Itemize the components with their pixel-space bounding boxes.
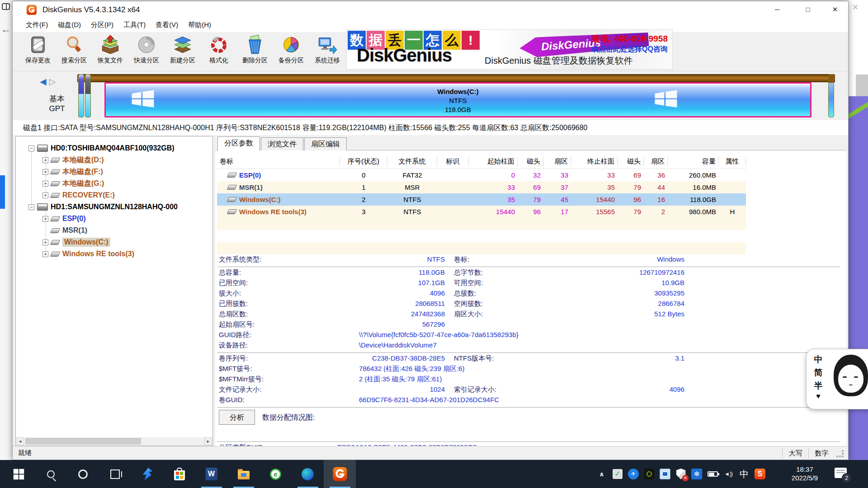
defender-icon[interactable]: ✕ xyxy=(675,468,687,480)
expand-icon[interactable]: + xyxy=(42,251,48,257)
partition-block-esp[interactable] xyxy=(78,74,84,117)
taskbar-app-diskgenius[interactable] xyxy=(324,460,356,488)
table-row-ESP(0)[interactable]: ESP(0)0FAT3203233336936260.0MB xyxy=(217,169,746,181)
resize-grip[interactable] xyxy=(835,448,844,458)
table-row-MSR(1)[interactable]: MSR(1)1MSR33693735794416.0MB xyxy=(217,181,746,193)
scroll-left-icon[interactable]: ◂ xyxy=(16,437,24,445)
sogou-icon[interactable]: S xyxy=(754,468,766,480)
menu-item-1[interactable]: 磁盘(D) xyxy=(53,19,86,32)
title-bar[interactable]: DiskGenius V5.4.3.1342 x64 ─ □ ✕ xyxy=(13,1,848,19)
partition-tree-panel[interactable]: −HD0:TOSHIBAMQ04ABF100(932GB)+本地磁盘(D:)+本… xyxy=(15,136,213,446)
toolbar-button-快速分区[interactable]: 快速分区 xyxy=(128,32,165,70)
ime-zh-icon[interactable]: 中 xyxy=(738,468,750,480)
tree-item-HD0:TOSHIBAMQ04ABF100(932GB)[interactable]: −HD0:TOSHIBAMQ04ABF100(932GB) xyxy=(16,142,212,154)
column-header-标识[interactable]: 标识 xyxy=(437,156,469,166)
intel-graphics-icon[interactable] xyxy=(659,468,671,480)
toolbar-button-删除分区[interactable]: 删除分区 xyxy=(237,32,273,70)
menu-item-3[interactable]: 工具(T) xyxy=(118,19,151,32)
prev-disk-icon[interactable]: ◀ xyxy=(40,77,49,86)
table-row-Windows(C:)[interactable]: Windows(C:)2NTFS357945154409616118.0GB xyxy=(217,193,746,206)
toolbar-button-新建分区[interactable]: 新建分区 xyxy=(165,32,201,70)
volume-icon[interactable]: ◄)) xyxy=(722,468,734,480)
column-header-磁头[interactable]: 磁头 xyxy=(618,156,644,166)
partition-block-windows-re[interactable] xyxy=(828,74,834,117)
partition-block-windows-c[interactable]: Windows(C:) NTFS 118.0GB xyxy=(104,82,811,117)
tree-item-HD1:SAMSUNGMZNLN128HAHQ-000[interactable]: −HD1:SAMSUNGMZNLN128HAHQ-000 xyxy=(16,201,212,213)
tree-item-RECOVERY(E:)[interactable]: +RECOVERY(E:) xyxy=(16,189,212,201)
dingtalk-icon[interactable]: ✈ xyxy=(627,468,639,480)
tree-item-Windows RE tools(3)[interactable]: +Windows RE tools(3) xyxy=(16,248,212,260)
taskbar-app-search[interactable] xyxy=(35,460,67,488)
menu-item-4[interactable]: 查看(V) xyxy=(151,19,183,32)
nvidia-icon[interactable] xyxy=(643,468,655,480)
tree-item-本地磁盘(D:)[interactable]: +本地磁盘(D:) xyxy=(16,154,212,166)
taskbar-app-cortana[interactable] xyxy=(67,460,99,488)
tree-item-ESP(0)[interactable]: +ESP(0) xyxy=(16,213,212,225)
taskbar-app-edge[interactable] xyxy=(292,460,324,488)
next-disk-icon[interactable]: ▷ xyxy=(49,77,59,86)
tree-horizontal-scrollbar[interactable]: ◂ ▸ xyxy=(16,437,212,445)
close-button[interactable]: ✕ xyxy=(825,1,845,18)
column-header-文件系统[interactable]: 文件系统 xyxy=(387,156,437,166)
column-header-扇区[interactable]: 扇区 xyxy=(543,156,571,166)
column-header-起始柱面[interactable]: 起始柱面 xyxy=(469,156,518,166)
scrollbar-thumb[interactable] xyxy=(25,438,141,445)
expand-icon[interactable]: + xyxy=(42,216,48,222)
toolbar-button-搜索分区[interactable]: 搜索分区 xyxy=(56,32,92,70)
column-header-容量[interactable]: 容量 xyxy=(668,156,719,166)
tray-expand-icon[interactable]: ∧ xyxy=(596,468,608,480)
toolbar-button-保存更改[interactable]: 保存更改 xyxy=(20,32,56,70)
taskbar-app-browser-360[interactable]: e xyxy=(259,460,292,488)
column-header-终止柱面[interactable]: 终止柱面 xyxy=(571,156,618,166)
ime-status-popup[interactable]: 中简半♥ xyxy=(806,349,868,409)
partition-block-msr[interactable] xyxy=(85,74,91,117)
scroll-right-icon[interactable]: ▸ xyxy=(204,437,212,445)
disk-nav-arrows[interactable]: ◀▷ xyxy=(40,76,58,87)
column-header-属性[interactable]: 属性 xyxy=(719,156,746,166)
snowflake-app-icon[interactable]: ❄ xyxy=(691,468,703,480)
collapse-icon[interactable]: − xyxy=(28,204,34,210)
column-header-序号(状态)[interactable]: 序号(状态) xyxy=(340,156,387,166)
action-center-button[interactable]: 2 xyxy=(835,468,847,478)
taskbar-app-start[interactable] xyxy=(3,460,35,488)
collapse-icon[interactable]: − xyxy=(28,145,34,151)
tab-扇区编辑[interactable]: 扇区编辑 xyxy=(304,137,347,150)
column-header-卷标[interactable]: 卷标 xyxy=(217,156,340,166)
analyze-button[interactable]: 分析 xyxy=(219,410,255,425)
menu-item-5[interactable]: 帮助(H) xyxy=(183,19,216,32)
expand-icon[interactable]: + xyxy=(42,169,48,175)
tab-浏览文件[interactable]: 浏览文件 xyxy=(261,137,303,150)
expand-icon[interactable]: + xyxy=(42,239,48,245)
column-header-磁头[interactable]: 磁头 xyxy=(518,156,543,166)
menu-item-0[interactable]: 文件(F) xyxy=(21,19,53,32)
heart-icon[interactable]: ♥ xyxy=(812,392,824,404)
taskbar-app-word[interactable]: W xyxy=(195,460,227,488)
expand-icon[interactable]: + xyxy=(42,157,48,163)
toolbar-button-恢复文件[interactable]: 恢复文件 xyxy=(92,32,128,70)
ad-banner[interactable]: 数据丢一怎么! DiskGenius DiskGenius 致电: 400-00… xyxy=(346,29,673,70)
table-row-Windows RE tools(3)[interactable]: Windows RE tools(3)3NTFS1544096171556579… xyxy=(217,206,746,218)
ime-toggle-简[interactable]: 简 xyxy=(812,366,824,379)
menu-item-2[interactable]: 分区(P) xyxy=(86,19,118,32)
tree-item-本地磁盘(F:)[interactable]: +本地磁盘(F:) xyxy=(16,166,212,178)
tree-item-Windows(C:)[interactable]: +Windows(C:) xyxy=(16,236,212,248)
taskbar-clock[interactable]: 18:37 2022/5/9 xyxy=(786,465,824,482)
taskbar-app-file-explorer[interactable] xyxy=(227,460,259,488)
tree-item-MSR(1)[interactable]: MSR(1) xyxy=(16,225,212,236)
tree-item-本地磁盘(G:)[interactable]: +本地磁盘(G:) xyxy=(16,178,212,189)
maximize-button[interactable]: □ xyxy=(797,1,818,18)
toolbar-button-备份分区[interactable]: 备份分区 xyxy=(273,32,309,70)
taskbar-app-flash-app[interactable] xyxy=(131,460,163,488)
minimize-button[interactable]: ─ xyxy=(767,1,788,18)
toolbar-button-系统迁移[interactable]: 系统迁移 xyxy=(309,32,345,70)
banner-qq-link[interactable]: 或点击此处选择QQ咨询 xyxy=(591,45,668,54)
column-header-扇区[interactable]: 扇区 xyxy=(644,156,668,166)
ime-toggle-半[interactable]: 半 xyxy=(812,379,824,392)
toolbar-button-格式化[interactable]: 格式化 xyxy=(201,32,237,70)
partition-table[interactable]: 卷标序号(状态)文件系统标识起始柱面磁头扇区终止柱面磁头扇区容量属性ESP(0)… xyxy=(217,154,746,254)
ime-toggle-中[interactable]: 中 xyxy=(812,353,824,366)
taskbar-app-task-view[interactable] xyxy=(99,460,131,488)
expand-icon[interactable]: + xyxy=(42,192,48,198)
tab-分区参数[interactable]: 分区参数 xyxy=(217,136,260,150)
battery-icon[interactable] xyxy=(707,468,718,480)
